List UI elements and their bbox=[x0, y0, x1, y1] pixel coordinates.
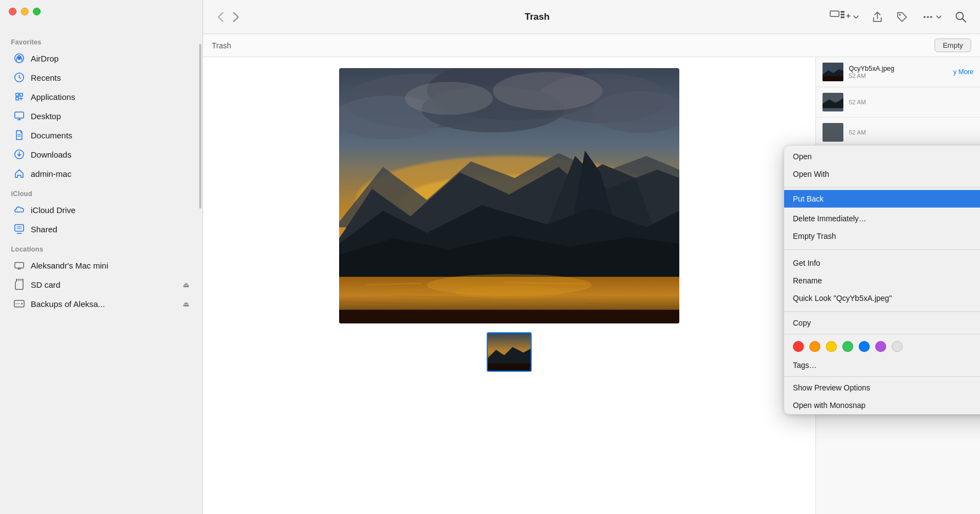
svg-point-21 bbox=[899, 14, 901, 15]
context-menu-section-3: Get Info Rename Quick Look "QcyYb5xA.jpe… bbox=[784, 252, 980, 309]
svg-rect-64 bbox=[823, 123, 843, 142]
context-menu-put-back[interactable]: Put Back bbox=[784, 190, 980, 208]
tag-color-yellow[interactable] bbox=[826, 341, 837, 352]
context-menu-get-info[interactable]: Get Info bbox=[784, 254, 980, 272]
sidebar-item-downloads[interactable]: Downloads bbox=[4, 145, 198, 164]
minimize-button[interactable] bbox=[21, 8, 29, 15]
svg-point-22 bbox=[923, 16, 926, 18]
more-options-button[interactable] bbox=[919, 9, 944, 25]
context-menu-tags[interactable]: Tags… bbox=[784, 356, 980, 374]
sidebar-scrollbar[interactable] bbox=[199, 44, 201, 209]
more-link[interactable]: y More bbox=[953, 68, 973, 76]
sidebar-item-desktop-label: Desktop bbox=[31, 111, 61, 121]
tag-color-orange[interactable] bbox=[809, 341, 820, 352]
search-button[interactable] bbox=[953, 9, 969, 25]
tag-color-purple[interactable] bbox=[875, 341, 886, 352]
context-menu-section-2: Delete Immediately… Empty Trash bbox=[784, 208, 980, 247]
sidebar-item-shared-label: Shared bbox=[31, 225, 57, 234]
sidebar-item-applications[interactable]: Applications bbox=[4, 87, 198, 106]
shared-icon bbox=[13, 223, 25, 235]
file-timestamp-2: 52 AM bbox=[849, 99, 973, 105]
context-menu-open[interactable]: Open bbox=[784, 148, 980, 165]
context-menu-show-preview-options[interactable]: Show Preview Options bbox=[784, 379, 980, 396]
context-menu-divider-1 bbox=[784, 187, 980, 188]
sidebar-item-airdrop[interactable]: AirDrop bbox=[4, 49, 198, 68]
toolbar-right bbox=[827, 7, 969, 27]
documents-icon bbox=[13, 129, 25, 141]
view-switcher-button[interactable] bbox=[827, 7, 861, 27]
context-menu-open-monosnap[interactable]: Open with Monosnap bbox=[784, 396, 980, 414]
toolbar-title: Trash bbox=[254, 12, 821, 23]
svg-rect-9 bbox=[18, 269, 21, 270]
applications-icon bbox=[13, 91, 25, 103]
svg-rect-17 bbox=[830, 11, 839, 16]
share-button[interactable] bbox=[870, 9, 885, 25]
sidebar-item-icloud-drive-label: iCloud Drive bbox=[31, 205, 76, 215]
svg-rect-8 bbox=[15, 262, 24, 268]
sidebar-item-backups[interactable]: Backups of Aleksa... ⏏ bbox=[4, 294, 198, 313]
svg-rect-55 bbox=[339, 310, 679, 323]
sidebar-item-shared[interactable]: Shared bbox=[4, 220, 198, 238]
sidebar: Favorites AirDrop Recents bbox=[0, 0, 203, 514]
tag-color-green[interactable] bbox=[842, 341, 853, 352]
empty-button[interactable]: Empty bbox=[934, 38, 971, 52]
tag-color-blue[interactable] bbox=[859, 341, 870, 352]
file-timestamp-3: 52 AM bbox=[849, 129, 973, 136]
sidebar-item-mac-mini[interactable]: Aleksandr's Mac mini bbox=[4, 256, 198, 275]
sidebar-item-admin-mac[interactable]: admin-mac bbox=[4, 164, 198, 183]
context-menu-rename[interactable]: Rename bbox=[784, 272, 980, 289]
airdrop-icon bbox=[13, 52, 25, 64]
context-menu-divider-3 bbox=[784, 311, 980, 312]
svg-rect-58 bbox=[488, 364, 531, 371]
sidebar-scroll[interactable]: Favorites AirDrop Recents bbox=[0, 27, 202, 514]
thumbnail-item[interactable] bbox=[487, 332, 532, 372]
favorites-label: Favorites bbox=[0, 32, 202, 48]
sidebar-item-documents-label: Documents bbox=[31, 131, 72, 140]
forward-button[interactable] bbox=[229, 9, 243, 25]
sidebar-item-backups-label: Backups of Aleksa... bbox=[31, 299, 105, 309]
preview-area bbox=[203, 57, 815, 514]
svg-rect-18 bbox=[841, 11, 844, 13]
content-area: QcyYb5xA.jpeg 52 AM y More 52 AM bbox=[203, 57, 980, 514]
eject-icon[interactable]: ⏏ bbox=[183, 281, 189, 289]
context-menu-divider-4 bbox=[784, 334, 980, 334]
sidebar-item-applications-label: Applications bbox=[31, 92, 75, 102]
sidebar-item-documents[interactable]: Documents bbox=[4, 126, 198, 144]
context-menu-quick-look[interactable]: Quick Look "QcyYb5xA.jpeg" bbox=[784, 289, 980, 307]
file-timestamp-1: 52 AM bbox=[849, 72, 948, 79]
svg-marker-43 bbox=[339, 236, 679, 277]
svg-point-1 bbox=[18, 57, 21, 60]
sidebar-item-recents-label: Recents bbox=[31, 73, 61, 82]
file-name: QcyYb5xA.jpeg bbox=[849, 65, 948, 72]
sidebar-item-sd-card[interactable]: SD card ⏏ bbox=[4, 275, 198, 294]
downloads-icon bbox=[13, 148, 25, 160]
icloud-label: iCloud bbox=[0, 183, 202, 200]
sidebar-item-desktop[interactable]: Desktop bbox=[4, 107, 198, 125]
sidebar-item-recents[interactable]: Recents bbox=[4, 68, 198, 87]
context-menu-divider-5 bbox=[784, 376, 980, 377]
thumbnail-strip bbox=[487, 332, 532, 372]
sdcard-icon bbox=[13, 278, 25, 290]
svg-rect-7 bbox=[15, 225, 24, 231]
svg-point-15 bbox=[21, 303, 23, 305]
toolbar: Trash bbox=[203, 0, 980, 34]
sidebar-item-sd-card-label: SD card bbox=[31, 280, 60, 289]
context-menu-delete-immediately[interactable]: Delete Immediately… bbox=[784, 210, 980, 227]
close-button[interactable] bbox=[9, 8, 16, 15]
tag-color-gray[interactable] bbox=[892, 341, 903, 352]
sidebar-item-downloads-label: Downloads bbox=[31, 150, 71, 159]
back-button[interactable] bbox=[214, 9, 227, 25]
eject-backups-icon[interactable]: ⏏ bbox=[183, 300, 189, 308]
context-menu-copy[interactable]: Copy bbox=[784, 314, 980, 332]
breadcrumb: Trash bbox=[212, 41, 934, 50]
context-menu-open-with[interactable]: Open With › bbox=[784, 165, 980, 183]
context-menu: Open Open With › Put Back Delete Immedia… bbox=[784, 145, 980, 415]
maximize-button[interactable] bbox=[33, 8, 41, 15]
context-menu-empty-trash[interactable]: Empty Trash bbox=[784, 227, 980, 245]
tag-color-red[interactable] bbox=[793, 341, 804, 352]
main-content: Trash bbox=[203, 0, 980, 514]
svg-point-23 bbox=[927, 16, 929, 18]
sidebar-item-admin-mac-label: admin-mac bbox=[31, 169, 71, 178]
sidebar-item-icloud-drive[interactable]: iCloud Drive bbox=[4, 200, 198, 219]
tag-button[interactable] bbox=[894, 9, 910, 25]
